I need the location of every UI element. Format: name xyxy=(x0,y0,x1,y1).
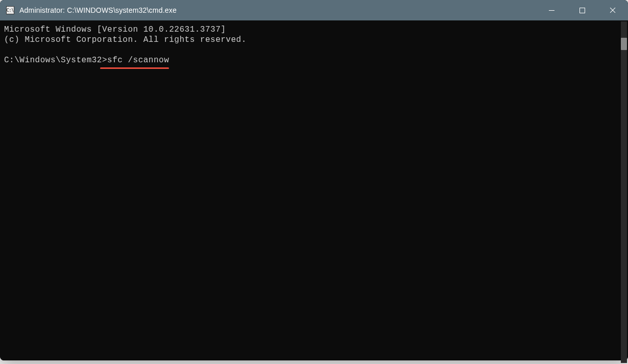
cmd-icon: C:\ xyxy=(6,6,14,14)
scrollbar-thumb[interactable] xyxy=(621,38,627,50)
command-prompt: C:\Windows\System32> xyxy=(4,56,107,65)
minimize-icon xyxy=(549,10,554,11)
window-controls xyxy=(536,0,628,20)
copyright-line: (c) Microsoft Corporation. All rights re… xyxy=(4,35,624,45)
window-title: Administrator: C:\WINDOWS\system32\cmd.e… xyxy=(19,6,177,14)
maximize-button[interactable] xyxy=(567,0,597,20)
cmd-window: C:\ Administrator: C:\WINDOWS\system32\c… xyxy=(0,0,628,360)
close-icon xyxy=(610,7,616,13)
cmd-icon-text: C:\ xyxy=(7,8,14,13)
close-button[interactable] xyxy=(597,0,628,20)
maximize-icon xyxy=(579,8,585,13)
prompt-line: C:\Windows\System32>sfc /scannow xyxy=(4,55,169,65)
version-line: Microsoft Windows [Version 10.0.22631.37… xyxy=(4,25,624,35)
titlebar[interactable]: C:\ Administrator: C:\WINDOWS\system32\c… xyxy=(0,0,628,20)
command-underline-annotation xyxy=(100,67,169,69)
prompt-text: C:\Windows\System32>sfc /scannow xyxy=(4,56,169,65)
minimize-button[interactable] xyxy=(536,0,567,20)
terminal-output[interactable]: Microsoft Windows [Version 10.0.22631.37… xyxy=(0,20,628,360)
scrollbar-track[interactable] xyxy=(621,21,627,360)
command-input[interactable]: sfc /scannow xyxy=(107,56,169,65)
